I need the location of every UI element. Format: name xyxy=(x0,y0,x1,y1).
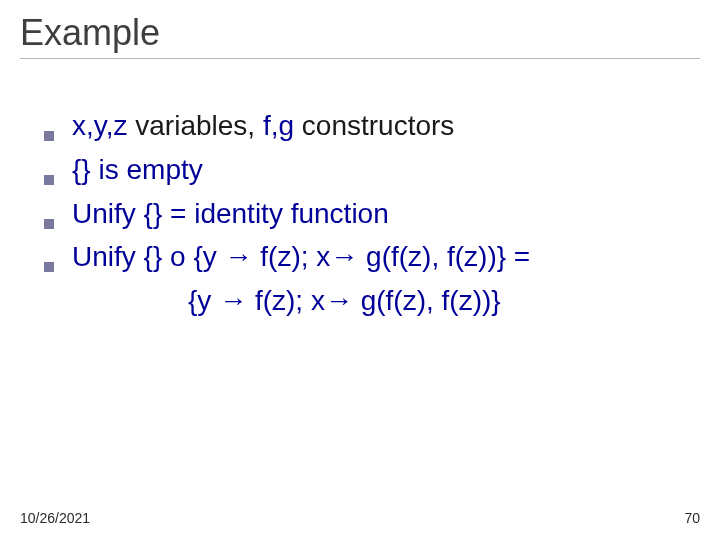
text-constructors: constructors xyxy=(294,110,454,141)
slide: Example x,y,z variables, f,g constructor… xyxy=(0,0,720,540)
footer: 10/26/2021 70 xyxy=(20,510,700,526)
content-area: x,y,z variables, f,g constructors {} is … xyxy=(20,107,700,320)
bullet-text-3: Unify {} = identity function xyxy=(72,195,389,233)
bullet-icon xyxy=(44,175,54,185)
bullet-icon xyxy=(44,219,54,229)
title-divider: Example xyxy=(20,12,700,59)
text-fg: f,g xyxy=(263,110,294,141)
bullet-text-4-continuation: {y → f(z); x→ g(f(z), f(z))} xyxy=(44,282,700,320)
slide-title: Example xyxy=(20,12,700,54)
list-item: {} is empty xyxy=(44,151,700,189)
list-item: Unify {} = identity function xyxy=(44,195,700,233)
bullet-text-4: Unify {} o {y → f(z); x→ g(f(z), f(z))} … xyxy=(72,238,530,276)
footer-date: 10/26/2021 xyxy=(20,510,90,526)
footer-page-number: 70 xyxy=(684,510,700,526)
text-xyz: x,y,z xyxy=(72,110,127,141)
bullet-text-1: x,y,z variables, f,g constructors xyxy=(72,107,454,145)
text-variables: variables, xyxy=(127,110,262,141)
bullet-text-2: {} is empty xyxy=(72,151,203,189)
bullet-icon xyxy=(44,262,54,272)
bullet-icon xyxy=(44,131,54,141)
list-item: Unify {} o {y → f(z); x→ g(f(z), f(z))} … xyxy=(44,238,700,276)
list-item: x,y,z variables, f,g constructors xyxy=(44,107,700,145)
